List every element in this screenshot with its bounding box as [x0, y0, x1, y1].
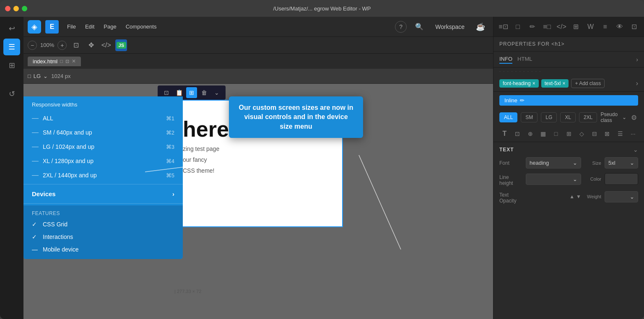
menu-item-sm[interactable]: — SM / 640px and up ⌘2: [23, 125, 183, 140]
class-badge-font-heading[interactable]: font-heading ×: [499, 79, 539, 88]
opacity-arrows[interactable]: ▲▼: [526, 193, 581, 200]
menu-item-2xl[interactable]: — 2XL / 1440px and up ⌘5: [23, 168, 183, 182]
sidebar-icon-components[interactable]: ⊞: [3, 57, 20, 74]
minimize-button[interactable]: [13, 6, 19, 11]
tool-border[interactable]: □: [551, 128, 561, 139]
rp-box-icon[interactable]: □: [512, 20, 525, 34]
sidebar-icon-undo[interactable]: ↺: [3, 86, 20, 102]
inline-button[interactable]: Inline ✏: [499, 95, 638, 106]
devices-arrow: ›: [172, 190, 174, 197]
element-more-icon[interactable]: ⌄: [211, 87, 222, 98]
rp-layout-icon[interactable]: ≡□: [540, 20, 553, 34]
window-title: /Users/Matjaz/... egrow Web Editor - WP: [273, 5, 371, 12]
tool-grid2[interactable]: ⊟: [589, 128, 600, 139]
menu-divider-2: [23, 203, 183, 204]
menu-file[interactable]: File: [63, 22, 80, 31]
element-delete-icon[interactable]: 🗑: [199, 87, 210, 98]
weight-label-right: Weight: [584, 194, 601, 199]
coffee-icon[interactable]: ☕: [472, 18, 489, 35]
font-select[interactable]: heading ⌄: [526, 157, 581, 169]
feature-mobile-device[interactable]: — Mobile device: [23, 243, 183, 256]
tool-pattern[interactable]: ▦: [538, 128, 548, 139]
bp-lg[interactable]: LG: [541, 112, 557, 122]
menu-components[interactable]: Components: [122, 22, 161, 31]
editor-button[interactable]: E: [45, 20, 59, 34]
tool-frame[interactable]: ⊞: [564, 128, 574, 139]
rp-more-icon[interactable]: ⊡: [628, 20, 641, 34]
canvas-toolbar: □ LG ⌄ 1024 px: [23, 69, 493, 84]
tab-close-button[interactable]: ✕: [72, 58, 76, 64]
info-html-row: INFO HTML ›: [493, 52, 644, 67]
code-icon[interactable]: </>: [100, 39, 112, 51]
js-badge: JS: [117, 42, 126, 49]
add-class-button[interactable]: + Add class: [571, 79, 605, 88]
menu-item-lg[interactable]: — LG / 1024px and up ⌘3: [23, 140, 183, 154]
menu-item-devices[interactable]: Devices ›: [23, 186, 183, 202]
tool-rows[interactable]: ☰: [615, 128, 626, 139]
opacity-controls: ▲▼: [526, 193, 581, 200]
class-remove-icon-2[interactable]: ×: [562, 80, 565, 86]
maximize-button[interactable]: [22, 6, 27, 11]
rp-settings-icon[interactable]: ≡⊡: [497, 20, 510, 34]
js-icon[interactable]: JS: [115, 39, 127, 51]
close-button[interactable]: [5, 6, 10, 11]
color-input[interactable]: [605, 173, 638, 185]
device-icon: □: [28, 73, 31, 79]
weight-select[interactable]: ⌄: [605, 191, 638, 202]
rp-visibility-icon[interactable]: 👁: [613, 20, 626, 34]
sidebar-icon-back[interactable]: ↩: [3, 20, 20, 37]
rp-layers-icon[interactable]: ≡: [599, 20, 612, 34]
feature-interactions[interactable]: ✓ Interactions: [23, 231, 183, 243]
workspace-button[interactable]: Workspace: [432, 22, 468, 32]
zoom-out-button[interactable]: −: [28, 41, 37, 50]
bp-2xl[interactable]: 2XL: [579, 112, 597, 122]
size-select[interactable]: 5xl ⌄: [605, 157, 638, 169]
canvas-subtext1: zing test page: [174, 145, 342, 156]
class-badge-text-5xl[interactable]: text-5xl ×: [541, 79, 569, 88]
rp-code-icon[interactable]: </>: [555, 20, 568, 34]
menu-item-all[interactable]: — ALL ⌘1: [23, 111, 183, 125]
tool-box[interactable]: ⊡: [512, 128, 523, 139]
dash-icon-3: —: [32, 246, 39, 253]
size-select-chevron: ⌄: [630, 160, 634, 166]
bp-xl[interactable]: XL: [560, 112, 576, 122]
tool-cols[interactable]: ⊠: [602, 128, 613, 139]
tab-index-html[interactable]: index.html □ ⊡ ✕: [28, 57, 81, 66]
element-grid-icon[interactable]: ⊞: [186, 87, 197, 98]
bp-all[interactable]: ALL: [499, 112, 517, 122]
move-icon[interactable]: ✥: [85, 39, 97, 51]
size-value: 5xl: [608, 160, 615, 166]
tool-text[interactable]: T: [499, 128, 510, 139]
tool-align[interactable]: ⊕: [525, 128, 535, 139]
info-html-tabs: INFO HTML: [499, 55, 532, 64]
menu-page[interactable]: Page: [99, 22, 120, 31]
tool-more[interactable]: ···: [628, 128, 638, 139]
pseudo-class-chevron: ⌄: [622, 114, 626, 120]
text-section-chevron[interactable]: ⌄: [633, 146, 638, 153]
line-height-select[interactable]: ⌄: [526, 174, 581, 185]
search-icon[interactable]: 🔍: [411, 18, 428, 35]
rp-components-icon[interactable]: ⊞: [570, 20, 583, 34]
pseudo-class-select[interactable]: Pseudo class ⌄: [600, 112, 626, 123]
help-icon[interactable]: ?: [395, 21, 407, 33]
feature-css-grid[interactable]: ✓ CSS Grid: [23, 218, 183, 231]
settings-icon[interactable]: ⚙: [630, 112, 638, 123]
zoom-in-button[interactable]: +: [57, 41, 67, 50]
tab-info[interactable]: INFO: [499, 55, 512, 64]
menu-item-xl[interactable]: — XL / 1280px and up ⌘4: [23, 154, 183, 168]
rp-wordpress-icon[interactable]: W: [584, 20, 597, 34]
tool-diamond[interactable]: ◇: [576, 128, 587, 139]
canvas-subtext2: our fancy: [174, 156, 342, 167]
classes-row-expand[interactable]: ›: [636, 80, 638, 87]
check-icon-2: ✓: [32, 233, 39, 240]
properties-expand-icon[interactable]: ›: [636, 56, 638, 63]
class-remove-icon[interactable]: ×: [532, 80, 535, 86]
rp-pen-icon[interactable]: ✏: [526, 20, 539, 34]
tab-html[interactable]: HTML: [517, 55, 532, 64]
device-selector[interactable]: □ LG ⌄: [28, 73, 48, 79]
bp-sm[interactable]: SM: [521, 112, 538, 122]
element-size-label: | 277.33 × 72: [174, 289, 201, 294]
menu-edit[interactable]: Edit: [81, 22, 99, 31]
layout-icon[interactable]: ⊡: [70, 39, 82, 51]
sidebar-icon-layers[interactable]: ☰: [3, 39, 20, 55]
